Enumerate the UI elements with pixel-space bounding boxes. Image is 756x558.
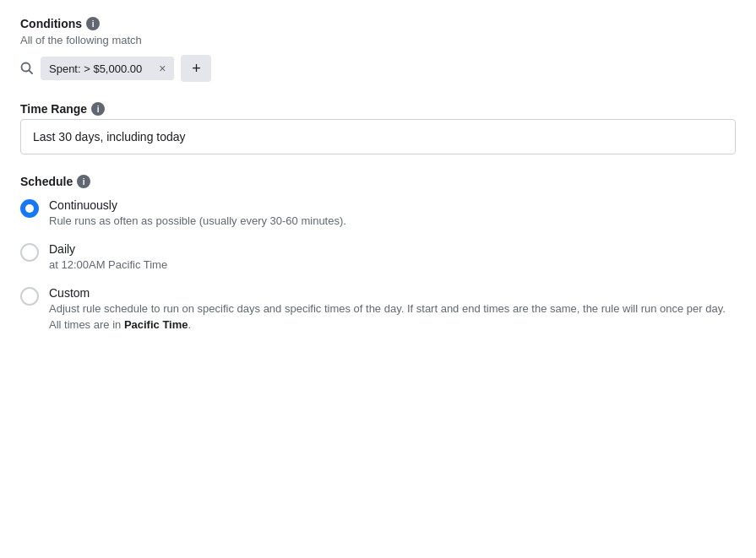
schedule-continuously-content: Continuously Rule runs as often as possi… — [49, 198, 346, 229]
time-range-label: Time Range — [20, 102, 87, 116]
conditions-title: Conditions i — [20, 17, 736, 30]
radio-continuously[interactable] — [20, 199, 39, 218]
radio-custom[interactable] — [20, 287, 39, 306]
schedule-section: Schedule i Continuously Rule runs as oft… — [20, 175, 736, 333]
conditions-info-icon[interactable]: i — [86, 17, 100, 30]
radio-daily[interactable] — [20, 243, 39, 262]
schedule-daily-content: Daily at 12:00AM Pacific Time — [49, 242, 167, 273]
svg-line-1 — [29, 70, 32, 73]
schedule-option-custom[interactable]: Custom Adjust rule schedule to run on sp… — [20, 286, 736, 332]
conditions-section: Conditions i All of the following match … — [20, 17, 736, 82]
condition-tag: Spent: > $5,000.00 × — [41, 57, 174, 80]
radio-continuously-inner — [25, 204, 34, 213]
time-range-info-icon[interactable]: i — [91, 102, 105, 116]
schedule-continuously-desc: Rule runs as often as possible (usually … — [49, 214, 346, 229]
add-condition-button[interactable]: + — [181, 55, 211, 82]
schedule-info-icon[interactable]: i — [77, 175, 90, 188]
schedule-continuously-title: Continuously — [49, 198, 346, 212]
schedule-daily-title: Daily — [49, 242, 167, 256]
schedule-custom-desc: Adjust rule schedule to run on specific … — [49, 301, 736, 332]
time-range-section: Time Range i Last 30 days, including tod… — [20, 102, 736, 154]
schedule-title: Schedule i — [20, 175, 736, 188]
search-icon — [20, 62, 34, 75]
time-range-value[interactable]: Last 30 days, including today — [20, 119, 736, 154]
schedule-custom-title: Custom — [49, 286, 736, 300]
time-range-title: Time Range i — [20, 102, 736, 116]
schedule-label: Schedule — [20, 175, 73, 188]
conditions-label: Conditions — [20, 17, 82, 30]
condition-tag-remove-button[interactable]: × — [150, 57, 174, 80]
conditions-row: Spent: > $5,000.00 × + — [20, 55, 736, 82]
schedule-custom-content: Custom Adjust rule schedule to run on sp… — [49, 286, 736, 332]
schedule-option-daily[interactable]: Daily at 12:00AM Pacific Time — [20, 242, 736, 273]
schedule-daily-desc: at 12:00AM Pacific Time — [49, 257, 167, 273]
condition-tag-label: Spent: > $5,000.00 — [41, 57, 150, 80]
conditions-subtitle: All of the following match — [20, 34, 736, 46]
schedule-option-continuously[interactable]: Continuously Rule runs as often as possi… — [20, 198, 736, 229]
schedule-options: Continuously Rule runs as often as possi… — [20, 198, 736, 333]
